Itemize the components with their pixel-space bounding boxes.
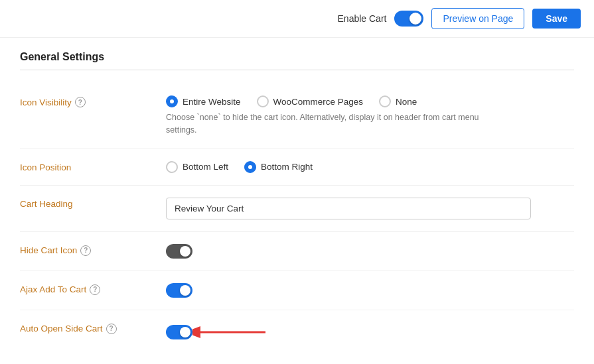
hide-cart-icon-label: Hide Cart Icon ? [20,244,166,256]
radio-bottom-left-label: Bottom Left [183,162,228,172]
auto-open-side-cart-label: Auto Open Side Cart ? [20,322,166,334]
icon-visibility-radio-group: Entire Website WooCommerce Pages None [166,95,574,107]
icon-position-row: Icon Position Bottom Left Bottom Right [20,149,574,186]
hide-cart-icon-row: Hide Cart Icon ? [20,232,574,271]
icon-visibility-help-icon[interactable]: ? [75,97,86,107]
icon-visibility-label: Icon Visibility ? [20,95,166,107]
ajax-add-to-cart-row: Ajax Add To Cart ? [20,271,574,310]
icon-position-label: Icon Position [20,161,166,172]
radio-bottom-right-label: Bottom Right [261,162,313,172]
preview-on-page-button[interactable]: Preview on Page [431,8,524,29]
radio-none[interactable]: None [379,95,417,107]
radio-none-label: None [396,97,417,107]
hide-cart-icon-control [166,244,574,259]
icon-position-radio-group: Bottom Left Bottom Right [166,161,574,173]
ajax-add-to-cart-help-icon[interactable]: ? [90,284,100,295]
icon-visibility-hint: Choose `none` to hide the cart icon. Alt… [166,111,511,137]
red-arrow-icon [192,322,272,342]
auto-open-side-cart-annotation [166,322,574,342]
radio-entire-website-label: Entire Website [183,97,241,107]
auto-open-side-cart-row: Auto Open Side Cart ? [20,310,574,354]
cart-heading-control [166,198,574,219]
radio-bottom-right[interactable]: Bottom Right [244,161,313,173]
enable-cart-label: Enable Cart [338,13,387,24]
radio-bottom-left[interactable]: Bottom Left [166,161,228,173]
icon-position-control: Bottom Left Bottom Right [166,161,574,173]
ajax-add-to-cart-control [166,283,574,298]
save-button[interactable]: Save [532,9,581,29]
hide-cart-icon-toggle[interactable] [166,244,192,259]
ajax-add-to-cart-toggle[interactable] [166,283,192,298]
hide-cart-icon-help-icon[interactable]: ? [80,245,91,256]
radio-woocommerce-label: WooCommerce Pages [273,97,364,107]
radio-entire-website-circle [166,95,178,107]
radio-woocommerce-circle [257,95,269,107]
auto-open-side-cart-control [166,322,574,342]
cart-heading-row: Cart Heading [20,186,574,232]
radio-none-circle [379,95,391,107]
divider [20,70,574,70]
auto-open-side-cart-toggle[interactable] [166,325,192,339]
cart-heading-label: Cart Heading [20,198,166,209]
auto-open-side-cart-help-icon[interactable]: ? [106,324,117,334]
ajax-add-to-cart-label: Ajax Add To Cart ? [20,283,166,295]
radio-bottom-right-circle [244,161,256,173]
icon-visibility-control: Entire Website WooCommerce Pages None Ch… [166,95,574,137]
cart-heading-input[interactable] [166,198,531,219]
main-content: General Settings Icon Visibility ? Entir… [0,38,594,364]
radio-entire-website[interactable]: Entire Website [166,95,241,107]
radio-bottom-left-circle [166,161,178,173]
header-bar: Enable Cart Preview on Page Save [0,0,594,38]
icon-visibility-row: Icon Visibility ? Entire Website WooComm… [20,84,574,149]
radio-woocommerce-pages[interactable]: WooCommerce Pages [257,95,364,107]
section-title: General Settings [20,51,574,63]
enable-cart-toggle[interactable] [394,11,423,27]
